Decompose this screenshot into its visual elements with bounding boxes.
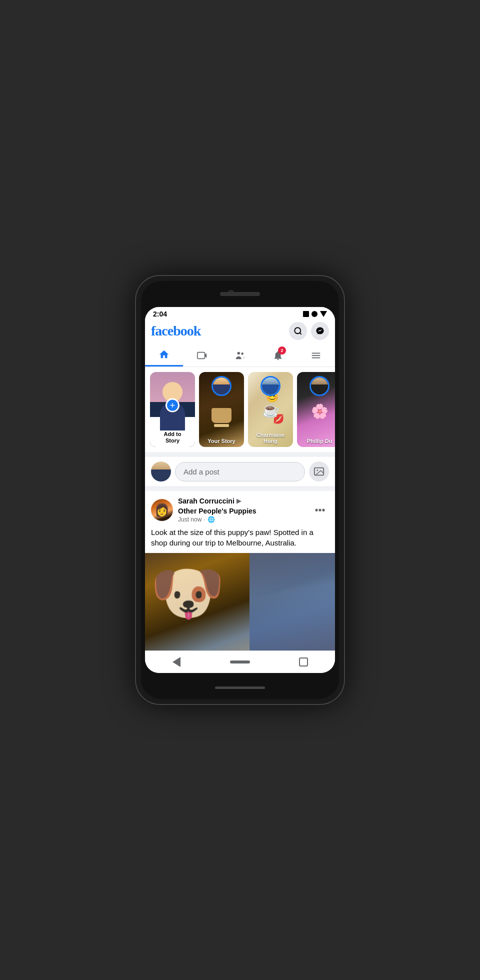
svg-point-5 <box>241 352 244 355</box>
search-button[interactable] <box>289 322 307 340</box>
post-dot: · <box>204 516 205 523</box>
post-arrow-icon: ▶ <box>236 498 241 504</box>
phone-device: 2:04 facebook <box>135 275 345 705</box>
add-story-plus-icon: + <box>166 398 180 412</box>
phillip-story-label: Phillip Du <box>297 438 335 444</box>
signal-icon <box>312 311 318 317</box>
header-icons <box>289 322 329 340</box>
user-avatar-img <box>151 462 171 482</box>
post-user-avatar-img: 👩 <box>151 499 173 521</box>
post-author-name[interactable]: Sarah Corruccini <box>178 497 234 505</box>
battery-icon <box>303 311 309 317</box>
user-face: 👩 <box>151 499 173 521</box>
post-text: Look at the size of this puppy's paw! Sp… <box>145 527 335 553</box>
recents-square-icon <box>299 658 308 666</box>
notification-badge: 2 <box>278 346 286 354</box>
phone-inner: 2:04 facebook <box>141 281 339 699</box>
phillip-avatar-ring <box>310 376 330 396</box>
post-more-options-button[interactable]: ••• <box>311 501 329 519</box>
bottom-nav <box>145 650 335 673</box>
status-icons <box>303 311 327 317</box>
dog-face-emoji: 🐶 <box>150 558 225 628</box>
post-image: 🐶 <box>145 553 335 650</box>
svg-point-4 <box>238 352 240 354</box>
tab-video[interactable] <box>183 344 221 366</box>
stories-row: + Add toStory <box>145 372 335 447</box>
recents-button[interactable] <box>294 655 314 669</box>
post-meta: Just now · 🌐 <box>178 516 306 523</box>
story-your-story[interactable]: Your Story <box>199 372 244 447</box>
charmaine-avatar-ring <box>260 376 280 396</box>
post-user-avatar[interactable]: 👩 <box>151 499 173 521</box>
header: facebook <box>145 320 335 344</box>
post-group-name[interactable]: Other People's Puppies <box>178 507 256 515</box>
post-user-info: Sarah Corruccini ▶ Other People's Puppie… <box>178 497 306 523</box>
add-post-section: Add a post <box>145 456 335 487</box>
svg-rect-6 <box>312 352 320 354</box>
svg-line-1 <box>300 332 301 334</box>
status-time: 2:04 <box>153 310 167 318</box>
svg-rect-8 <box>312 357 320 358</box>
post-card: 👩 Sarah Corruccini ▶ Other People's Pupp… <box>145 491 335 650</box>
back-button[interactable] <box>166 655 186 669</box>
add-photo-button[interactable] <box>309 462 329 482</box>
charmaine-story-label: Charmaine Hung <box>248 432 293 444</box>
tab-home[interactable] <box>145 344 183 366</box>
your-story-label: Your Story <box>199 438 244 444</box>
feed-scroll[interactable]: + Add toStory <box>145 367 335 650</box>
screen: 2:04 facebook <box>145 307 335 673</box>
your-story-avatar-ring <box>212 376 232 396</box>
back-triangle-icon <box>172 657 180 667</box>
nav-tabs: 2 <box>145 344 335 367</box>
post-header: 👩 Sarah Corruccini ▶ Other People's Pupp… <box>145 491 335 527</box>
phone-bottom-bar <box>215 686 265 689</box>
phone-speaker <box>220 292 260 296</box>
wifi-icon <box>320 311 327 317</box>
svg-rect-7 <box>312 355 320 356</box>
story-charmaine[interactable]: ☕ 😊 💋 Charmaine Hung <box>248 372 293 447</box>
home-button[interactable] <box>230 655 250 669</box>
post-time: Just now <box>178 516 202 523</box>
tab-notifications[interactable]: 2 <box>259 344 297 366</box>
add-post-input[interactable]: Add a post <box>175 462 305 482</box>
status-bar: 2:04 <box>145 307 335 320</box>
story-phillip[interactable]: 🌸 Phillip Du <box>297 372 335 447</box>
story-add-to-story[interactable]: + Add toStory <box>150 372 195 447</box>
svg-rect-2 <box>198 352 205 358</box>
tab-menu[interactable] <box>297 344 335 366</box>
facebook-logo: facebook <box>151 323 200 339</box>
svg-point-0 <box>294 328 300 334</box>
post-privacy-icon: 🌐 <box>208 516 215 523</box>
home-pill-icon <box>230 660 250 664</box>
svg-point-10 <box>316 470 318 471</box>
user-avatar-post <box>151 462 171 482</box>
add-story-label: Add toStory <box>164 431 182 444</box>
post-user-name-line: Sarah Corruccini ▶ Other People's Puppie… <box>178 497 306 515</box>
tab-groups[interactable] <box>221 344 259 366</box>
messenger-button[interactable] <box>311 322 329 340</box>
stories-section: + Add toStory <box>145 367 335 452</box>
